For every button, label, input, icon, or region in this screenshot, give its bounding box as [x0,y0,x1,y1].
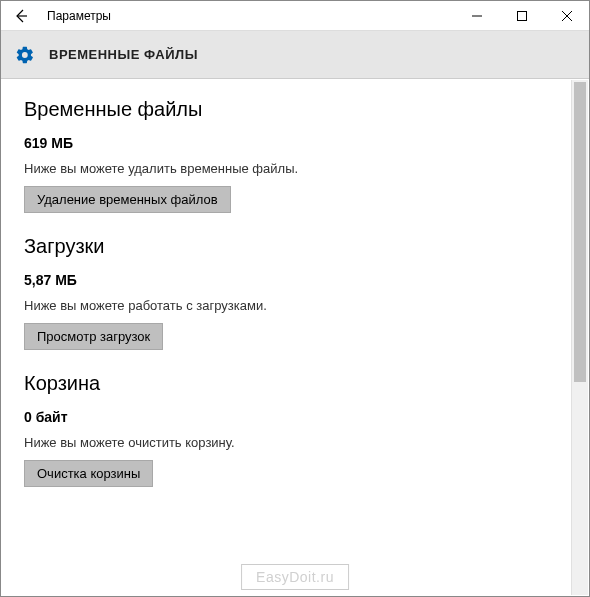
minimize-button[interactable] [454,1,499,31]
storage-size: 0 байт [24,409,549,425]
page-header: ВРЕМЕННЫЕ ФАЙЛЫ [1,31,589,79]
watermark: EasyDoit.ru [241,564,349,590]
minimize-icon [472,11,482,21]
window-title: Параметры [47,9,111,23]
section-downloads: Загрузки 5,87 МБ Ниже вы можете работать… [24,235,549,350]
close-icon [562,11,572,21]
section-description: Ниже вы можете очистить корзину. [24,435,549,450]
scrollbar-thumb[interactable] [574,82,586,382]
section-title: Загрузки [24,235,549,258]
section-temp-files: Временные файлы 619 МБ Ниже вы можете уд… [24,98,549,213]
section-recycle-bin: Корзина 0 байт Ниже вы можете очистить к… [24,372,549,487]
empty-recycle-bin-button[interactable]: Очистка корзины [24,460,153,487]
back-button[interactable] [1,1,41,31]
section-description: Ниже вы можете работать с загрузками. [24,298,549,313]
section-title: Временные файлы [24,98,549,121]
arrow-left-icon [13,8,29,24]
gear-icon [15,45,35,65]
page-title: ВРЕМЕННЫЕ ФАЙЛЫ [49,47,198,62]
section-title: Корзина [24,372,549,395]
content-area: Временные файлы 619 МБ Ниже вы можете уд… [2,80,571,595]
maximize-button[interactable] [499,1,544,31]
vertical-scrollbar[interactable] [571,80,588,595]
window-controls [454,1,589,31]
svg-rect-0 [517,11,526,20]
storage-size: 619 МБ [24,135,549,151]
storage-size: 5,87 МБ [24,272,549,288]
view-downloads-button[interactable]: Просмотр загрузок [24,323,163,350]
delete-temp-files-button[interactable]: Удаление временных файлов [24,186,231,213]
close-button[interactable] [544,1,589,31]
section-description: Ниже вы можете удалить временные файлы. [24,161,549,176]
maximize-icon [517,11,527,21]
titlebar: Параметры [1,1,589,31]
settings-window: Параметры ВРЕМЕННЫЕ ФАЙЛЫ Временные файл… [0,0,590,597]
